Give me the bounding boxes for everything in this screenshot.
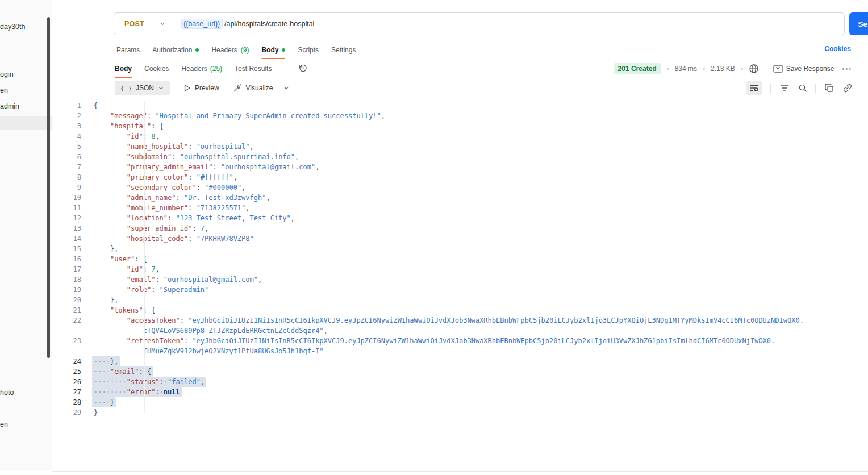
more-options-icon[interactable]: ••• [842,65,852,72]
line-number[interactable]: 8 [52,172,81,182]
sidebar-item[interactable]: day30th [0,23,45,31]
sidebar-item[interactable]: admin [0,102,45,110]
chevron-down-icon [159,20,166,27]
sidebar-item[interactable]: en [0,420,45,428]
line-number[interactable]: 9 [52,182,81,193]
indent-guide [110,315,110,356]
send-button[interactable]: Send [849,13,868,35]
line-number[interactable]: 20 [52,295,81,305]
separator-dot [703,68,705,70]
line-number[interactable]: 12 [52,213,81,223]
code-line: 17 "id": 7, [52,264,868,274]
response-meta: 201 Created 834 ms 2.13 KB [614,63,852,74]
response-tab-cookies[interactable]: Cookies [144,59,169,78]
code-line: 7 "primary_admin_email": "ourhospital@gm… [52,162,868,172]
code-line: 23 "refreshToken": "eyJhbGciOiJIUzI1NiIs… [52,336,868,356]
line-number[interactable]: 1 [52,101,81,111]
tab-params[interactable]: Params [116,41,140,59]
search-icon[interactable] [798,84,807,93]
code-line: 18 "email": "ourhospital@gmail.com", [52,274,868,285]
format-select[interactable]: { } JSON [115,81,170,95]
line-number[interactable]: 4 [52,131,81,141]
bottom-divider [52,471,868,472]
request-bar: POST {{base_url}} /api/hospitals/create-… [114,13,868,35]
copy-icon[interactable] [825,84,834,93]
tab-body[interactable]: Body [261,41,285,59]
tab-settings[interactable]: Settings [331,41,356,59]
visualize-button[interactable]: Visualize [233,84,273,93]
tab-authorization[interactable]: Authorization [152,41,199,59]
line-number[interactable]: 13 [52,223,81,234]
save-response-button[interactable]: Save Response [773,65,834,73]
code-line: 21 "tokens": { [52,305,868,315]
tab-scripts[interactable]: Scripts [298,41,319,59]
line-number[interactable]: 19 [52,285,81,295]
globe-icon[interactable] [749,64,759,74]
line-number[interactable]: 27 [52,387,81,397]
line-number[interactable]: 2 [52,111,81,121]
response-time[interactable]: 834 ms [675,65,697,73]
sidebar-item[interactable]: ogin [0,70,45,78]
sidebar-item[interactable]: hoto [0,389,45,397]
line-number[interactable]: 16 [52,254,81,264]
request-panel: POST {{base_url}} /api/hospitals/create-… [52,0,868,475]
request-tabs: ParamsAuthorizationHeaders(9)BodyScripts… [116,41,356,59]
url-input[interactable]: {{base_url}} /api/hospitals/create-hospi… [181,19,315,29]
sidebar-item[interactable]: en [0,86,45,94]
line-number[interactable]: 28 [52,397,81,407]
sidebar-selected-row[interactable] [0,116,52,130]
divider [770,84,771,93]
preview-button[interactable]: Preview [183,84,219,92]
line-number[interactable]: 23 [52,336,81,356]
chevron-down-icon [158,85,164,91]
code-line: 8 "primary_color": "#ffffff", [52,172,868,182]
sidebar-scrollbar[interactable] [47,17,50,358]
filter-icon[interactable] [780,84,789,92]
code-line: 28····} [52,397,868,407]
response-tab-body[interactable]: Body [115,59,132,78]
code-line: 13 "super_admin_id": 7, [52,223,868,234]
method-select[interactable]: POST [114,20,174,28]
cookies-link[interactable]: Cookies [824,45,851,53]
line-number[interactable]: 5 [52,141,81,152]
method-label: POST [124,20,144,28]
code-line: 15 }, [52,244,868,254]
wand-icon [233,84,242,93]
code-line: 11 "mobile_number": "7138225571", [52,203,868,213]
line-number[interactable]: 18 [52,274,81,285]
line-number[interactable]: 25 [52,366,81,377]
line-number[interactable]: 17 [52,264,81,274]
indent-guide [110,377,110,397]
line-number[interactable]: 24 [52,356,81,366]
code-line: 22 "accessToken": "eyJhbGciOiJIUzI1NiIsI… [52,315,868,336]
line-number[interactable]: 22 [52,315,81,336]
tab-headers[interactable]: Headers(9) [211,41,249,59]
line-number[interactable]: 3 [52,121,81,131]
url-variable-chip[interactable]: {{base_url}} [181,19,223,29]
line-number[interactable]: 7 [52,162,81,172]
divider [815,84,816,93]
link-icon[interactable] [843,84,852,93]
line-number[interactable]: 11 [52,203,81,213]
code-line: 12 "location": "123 Test Street, Test Ci… [52,213,868,223]
line-number[interactable]: 26 [52,377,81,387]
response-size[interactable]: 2.13 KB [711,65,735,73]
line-number[interactable]: 10 [52,193,81,203]
history-icon[interactable] [298,64,308,73]
url-path: /api/hospitals/create-hospital [223,20,315,28]
status-badge[interactable]: 201 Created [614,63,661,74]
code-line: 27········"error":·null [52,387,868,397]
line-number[interactable]: 21 [52,305,81,315]
save-response-label: Save Response [786,65,834,73]
line-number[interactable]: 29 [52,407,81,418]
send-label[interactable]: Send [849,13,868,35]
line-number[interactable]: 6 [52,152,81,162]
chevron-down-icon[interactable] [283,85,290,91]
response-tab-test-results[interactable]: Test Results [235,59,272,78]
line-number[interactable]: 15 [52,244,81,254]
line-number[interactable]: 14 [52,234,81,244]
code-line: 26········"status":·"failed", [52,377,868,387]
wrap-text-toggle[interactable] [746,81,762,95]
response-tab-headers[interactable]: Headers(25) [181,59,222,78]
response-body-editor[interactable]: 1{2 "message": "Hospital and Primary Sup… [52,98,868,471]
